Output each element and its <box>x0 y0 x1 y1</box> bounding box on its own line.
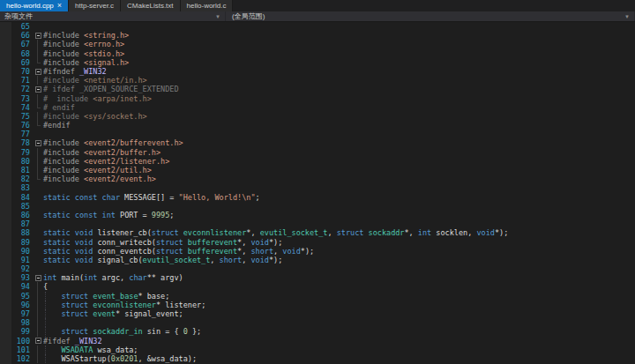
code-text: # ifdef _XOPEN_SOURCE_EXTENDED <box>43 85 635 93</box>
line-number: 68 <box>0 49 33 58</box>
code-line[interactable]: 99 struct sockaddr_in sin = { 0 }; <box>0 327 635 336</box>
code-line[interactable]: 100#ifdef _WIN32 <box>0 337 635 345</box>
code-line[interactable]: 96 struct evconnlistener* listener; <box>0 301 635 309</box>
code-line[interactable]: 72# ifdef _XOPEN_SOURCE_EXTENDED <box>0 85 635 93</box>
fold-margin[interactable] <box>33 138 43 147</box>
code-line[interactable]: 80#include <event2/listener.h> <box>0 157 635 166</box>
tab-http-server.c[interactable]: http-server.c <box>69 0 121 11</box>
tab-CMakeLists.txt[interactable]: CMakeLists.txt <box>121 0 180 11</box>
fold-extent-line <box>37 49 38 58</box>
fold-collapse-icon[interactable] <box>35 69 41 75</box>
code-text <box>43 130 635 138</box>
fold-margin <box>33 112 43 121</box>
code-text: #ifndef _WIN32 <box>43 67 635 76</box>
code-text: #include <errno.h> <box>43 40 635 48</box>
fold-extent-line <box>37 40 38 48</box>
fold-margin <box>33 282 43 291</box>
indent-guide <box>45 327 46 336</box>
scope-dropdown-label: (全局范围) <box>232 11 265 21</box>
code-line[interactable]: 88static void listener_cb(struct evconnl… <box>0 228 635 237</box>
code-line[interactable]: 84static const char MESSAGE[] = "Hello, … <box>0 193 635 202</box>
fold-collapse-icon[interactable] <box>35 275 41 281</box>
code-line[interactable]: 67#include <errno.h> <box>0 40 635 48</box>
code-text: #include <netinet/in.h> <box>43 76 635 85</box>
fold-margin <box>33 193 43 202</box>
code-line[interactable]: 66#include <string.h> <box>0 31 635 40</box>
code-line[interactable]: 71#include <netinet/in.h> <box>0 76 635 85</box>
fold-margin[interactable] <box>33 85 43 93</box>
fold-collapse-icon[interactable] <box>35 33 41 39</box>
code-text: int main(int argc, char** argv) <box>43 273 635 282</box>
code-line[interactable]: 101 WSADATA wsa_data; <box>0 345 635 354</box>
code-line[interactable]: 82#include <event2/event.h> <box>0 175 635 183</box>
code-text <box>43 183 635 192</box>
code-text: struct event_base* base; <box>43 292 635 301</box>
line-number: 98 <box>0 318 33 327</box>
fold-margin <box>33 202 43 211</box>
fold-margin <box>33 40 43 48</box>
code-line[interactable]: 79#include <event2/buffer.h> <box>0 148 635 157</box>
code-line[interactable]: 87 <box>0 219 635 228</box>
code-line[interactable]: 98 <box>0 318 635 327</box>
fold-end-line <box>37 103 41 108</box>
code-line[interactable]: 85 <box>0 202 635 211</box>
code-text: #include <string.h> <box>43 31 635 40</box>
code-text <box>43 264 635 273</box>
code-line[interactable]: 83 <box>0 183 635 192</box>
code-editor[interactable]: 6566#include <string.h>67#include <errno… <box>0 22 635 364</box>
fold-extent-line <box>37 301 38 309</box>
line-number: 84 <box>0 193 33 202</box>
code-line[interactable]: 78#include <event2/bufferevent.h> <box>0 138 635 147</box>
close-icon[interactable]: × <box>57 2 62 10</box>
code-text <box>43 22 635 31</box>
code-line[interactable]: 89static void conn_writecb(struct buffer… <box>0 238 635 247</box>
code-line[interactable]: 90static void conn_eventcb(struct buffer… <box>0 247 635 256</box>
tab-hello-world.cpp[interactable]: hello-world.cpp× <box>0 0 69 11</box>
code-text: #include <event2/listener.h> <box>43 157 635 166</box>
line-number: 93 <box>0 273 33 282</box>
code-line[interactable]: 97 struct event* signal_event; <box>0 309 635 318</box>
code-line[interactable]: 81#include <event2/util.h> <box>0 166 635 175</box>
fold-margin <box>33 58 43 67</box>
code-text: struct event* signal_event; <box>43 309 635 318</box>
code-line[interactable]: 92 <box>0 264 635 273</box>
code-line[interactable]: 73# include <arpa/inet.h> <box>0 94 635 103</box>
code-line[interactable]: 69#include <signal.h> <box>0 58 635 67</box>
line-number: 88 <box>0 228 33 237</box>
code-text: struct evconnlistener* listener; <box>43 301 635 309</box>
code-line[interactable]: 68#include <stdio.h> <box>0 49 635 58</box>
fold-collapse-icon[interactable] <box>35 338 41 344</box>
code-line[interactable]: 91static void signal_cb(evutil_socket_t,… <box>0 256 635 264</box>
fold-margin[interactable] <box>33 273 43 282</box>
code-line[interactable]: 94{ <box>0 282 635 291</box>
code-line[interactable]: 76#endif <box>0 121 635 130</box>
line-number: 91 <box>0 256 33 264</box>
fold-collapse-icon[interactable] <box>35 86 41 93</box>
code-line[interactable]: 70#ifndef _WIN32 <box>0 67 635 76</box>
code-line[interactable]: 74# endif <box>0 103 635 112</box>
code-line[interactable]: 65 <box>0 22 635 31</box>
code-text: #include <event2/util.h> <box>43 166 635 175</box>
project-dropdown[interactable]: 杂项文件 ▼ <box>0 11 226 21</box>
fold-extent-line <box>37 309 38 318</box>
visual-studio-window: hello-world.cpp×http-server.cCMakeLists.… <box>0 0 635 364</box>
code-line[interactable]: 93int main(int argc, char** argv) <box>0 273 635 282</box>
fold-margin <box>33 309 43 318</box>
project-dropdown-label: 杂项文件 <box>4 11 33 21</box>
code-line[interactable]: 75#include <sys/socket.h> <box>0 112 635 121</box>
fold-margin[interactable] <box>33 67 43 76</box>
tab-label: http-server.c <box>75 2 114 10</box>
fold-margin <box>33 94 43 103</box>
code-line[interactable]: 86static const int PORT = 9995; <box>0 211 635 219</box>
fold-collapse-icon[interactable] <box>35 140 41 146</box>
fold-margin[interactable] <box>33 31 43 40</box>
fold-margin[interactable] <box>33 337 43 345</box>
code-line[interactable]: 77 <box>0 130 635 138</box>
code-line[interactable]: 95 struct event_base* base; <box>0 292 635 301</box>
tab-hello-world.c[interactable]: hello-world.c <box>181 0 234 11</box>
code-line[interactable]: 102 WSAStartup(0x0201, &wsa_data); <box>0 354 635 363</box>
fold-margin <box>33 327 43 336</box>
scope-dropdown[interactable]: (全局范围) ▼ <box>226 11 635 21</box>
line-number: 65 <box>0 22 33 31</box>
tab-label: CMakeLists.txt <box>127 2 173 10</box>
